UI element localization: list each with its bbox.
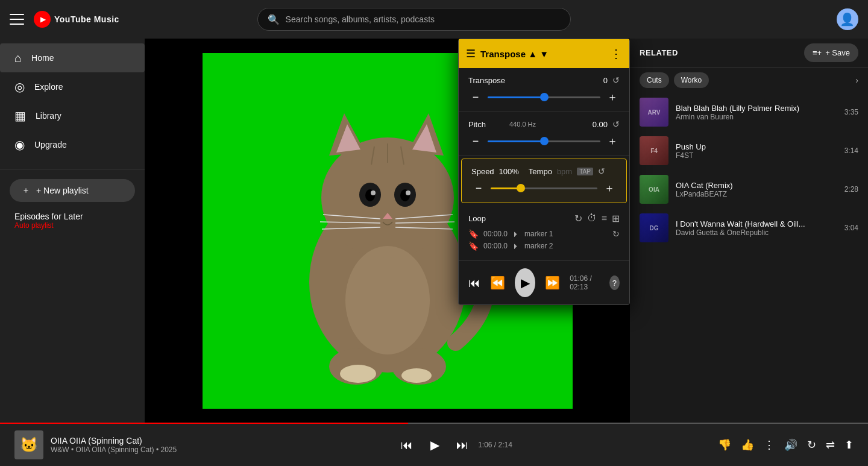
thumbs-up-button[interactable]: 👍 xyxy=(741,438,754,452)
main-layout: ⌂ Home ◎ Explore ▦ Library ◉ Upgrade ＋ +… xyxy=(0,39,868,423)
skip-back-button[interactable]: ⏮ xyxy=(468,276,480,290)
marker-2-name: marker 2 xyxy=(524,242,620,250)
player-more-button[interactable]: ⋮ xyxy=(764,438,775,452)
shuffle-button[interactable]: ⇌ xyxy=(826,438,835,452)
tab-cuts[interactable]: Cuts xyxy=(640,72,669,88)
transpose-header: ☰ Transpose ▲ ▼ ⋮ xyxy=(459,39,629,68)
song-list: ARV Blah Blah Blah (Lilly Palmer Remix) … xyxy=(630,93,868,423)
sidebar-item-explore[interactable]: ◎ Explore xyxy=(0,72,145,101)
logo[interactable]: YouTube Music xyxy=(34,11,119,28)
marker-2-play-icon[interactable]: ⏵ xyxy=(512,242,520,250)
transpose-slider-row: − ＋ xyxy=(468,90,620,104)
marker-1-loop-icon[interactable]: ↻ xyxy=(612,229,620,239)
speed-row: Speed 100% Tempo bpm TAP ↺ xyxy=(471,166,617,176)
marker-row-2: 🔖 00:00.0 ⏵ marker 2 xyxy=(468,241,620,251)
loop-repeat-icon[interactable]: ↻ xyxy=(574,213,582,224)
speed-slider[interactable] xyxy=(491,187,597,189)
pitch-increase-button[interactable]: ＋ xyxy=(605,134,620,148)
player-progress-bar[interactable] xyxy=(0,423,868,424)
marker-2-bookmark-icon[interactable]: 🔖 xyxy=(468,241,479,251)
transpose-menu-icon[interactable]: ☰ xyxy=(466,47,476,60)
song-artist-4: David Guetta & OneRepublic xyxy=(676,228,837,237)
rewind-button[interactable]: ⏪ xyxy=(490,276,505,290)
song-item-1[interactable]: ARV Blah Blah Blah (Lilly Palmer Remix) … xyxy=(630,93,868,131)
speed-slider-thumb[interactable] xyxy=(517,184,525,192)
sidebar-item-upgrade[interactable]: ◉ Upgrade xyxy=(0,130,145,159)
song-item-4[interactable]: DG I Don't Wanna Wait (Hardwell & Oill..… xyxy=(630,209,868,247)
sidebar-label-home: Home xyxy=(31,53,54,63)
song-item-2[interactable]: F4 Push Up F4ST 3:14 xyxy=(630,131,868,170)
loop-clock-icon[interactable]: ⏱ xyxy=(587,213,597,224)
speed-increase-button[interactable]: ＋ xyxy=(602,181,617,195)
pitch-decrease-button[interactable]: − xyxy=(468,134,483,148)
avatar[interactable]: 👤 xyxy=(837,8,858,30)
song-title-3: OIA Cat (Remix) xyxy=(676,181,808,190)
speed-label: Speed xyxy=(471,167,494,176)
loop-label: Loop xyxy=(468,214,570,223)
help-button[interactable]: ? xyxy=(609,276,620,290)
transpose-decrease-button[interactable]: − xyxy=(468,90,483,104)
pitch-value: 0.00 xyxy=(593,120,608,129)
song-duration-2: 3:14 xyxy=(844,146,858,155)
play-pause-button[interactable]: ▶ xyxy=(515,268,535,297)
pitch-slider-fill xyxy=(488,140,544,142)
player-bar: 🐱 OIIA OIIA (Spinning Cat) W&W • OIIA OI… xyxy=(0,423,868,466)
song-artist-2: F4ST xyxy=(676,151,837,160)
marker-1-play-icon[interactable]: ⏵ xyxy=(512,230,520,238)
player-skip-back-button[interactable]: ⏮ xyxy=(401,438,413,452)
search-wrap[interactable]: 🔍 xyxy=(257,8,571,31)
player-thumb-cat: 🐱 xyxy=(14,430,43,459)
thumbs-down-button[interactable]: 👎 xyxy=(718,438,731,452)
transpose-increase-button[interactable]: ＋ xyxy=(605,90,620,104)
sidebar-item-home[interactable]: ⌂ Home xyxy=(0,43,145,72)
song-thumb-2: F4 xyxy=(640,136,668,165)
sidebar-item-library[interactable]: ▦ Library xyxy=(0,101,145,130)
loop-lines-icon[interactable]: ≡ xyxy=(602,213,607,224)
song-thumb-3: OIA xyxy=(640,175,668,204)
hamburger-button[interactable] xyxy=(10,12,24,27)
search-input[interactable] xyxy=(286,14,561,24)
player-skip-forward-button[interactable]: ⏭ xyxy=(456,438,468,452)
player-time: 1:06 / 2:14 xyxy=(478,441,512,449)
save-button[interactable]: ≡+ + Save xyxy=(804,43,858,62)
song-info-3: OIA Cat (Remix) LxPandaBEATZ xyxy=(676,181,837,198)
song-title-1: Blah Blah Blah (Lilly Palmer Remix) xyxy=(676,104,808,113)
volume-button[interactable]: 🔊 xyxy=(784,438,797,452)
sidebar-label-library: Library xyxy=(36,111,61,121)
playback-controls: ⏮ ⏪ ▶ ⏩ 01:06 / 02:13 ? xyxy=(459,261,629,304)
transpose-slider[interactable] xyxy=(488,96,600,98)
speed-value: 100% xyxy=(499,167,519,176)
svg-point-12 xyxy=(406,190,410,195)
speed-slider-row: − ＋ xyxy=(471,181,617,195)
new-playlist-button[interactable]: ＋ + New playlist xyxy=(10,179,135,202)
pitch-slider-thumb[interactable] xyxy=(540,137,549,145)
new-playlist-icon: ＋ xyxy=(22,185,30,196)
library-icon: ▦ xyxy=(14,109,26,123)
playlist-item-episodes[interactable]: Episodes for Later Auto playlist xyxy=(0,207,145,235)
loop-add-icon[interactable]: ⊞ xyxy=(612,213,620,224)
transpose-more-icon[interactable]: ⋮ xyxy=(610,46,622,61)
tap-badge[interactable]: TAP xyxy=(577,168,593,175)
speed-decrease-button[interactable]: − xyxy=(471,181,486,195)
repeat-button[interactable]: ↻ xyxy=(807,438,816,452)
transpose-reset-button[interactable]: ↺ xyxy=(612,75,620,85)
player-play-button[interactable]: ▶ xyxy=(423,433,447,457)
svg-point-26 xyxy=(401,368,432,383)
pitch-reset-button[interactable]: ↺ xyxy=(612,119,620,129)
transpose-slider-thumb[interactable] xyxy=(540,93,549,101)
pitch-section: Pitch 440.0 Hz 0.00 ↺ − ＋ xyxy=(459,112,629,156)
loop-row: Loop ↻ ⏱ ≡ ⊞ xyxy=(468,213,620,224)
sidebar-divider xyxy=(0,169,145,169)
pitch-row: Pitch 440.0 Hz 0.00 ↺ xyxy=(468,119,620,129)
save-plus-icon: ≡+ xyxy=(813,48,822,57)
pitch-slider[interactable] xyxy=(488,140,600,142)
queue-button[interactable]: ⬆ xyxy=(844,438,854,452)
player-thumb-info: 🐱 OIIA OIIA (Spinning Cat) W&W • OIIA OI… xyxy=(14,430,195,459)
marker-1-bookmark-icon[interactable]: 🔖 xyxy=(468,229,479,239)
tab-workout[interactable]: Worko xyxy=(674,72,709,88)
marker-1-time: 00:00.0 xyxy=(483,230,508,238)
speed-reset-button[interactable]: ↺ xyxy=(598,166,605,176)
song-item-3[interactable]: OIA OIA Cat (Remix) LxPandaBEATZ 2:28 xyxy=(630,170,868,209)
fast-forward-button[interactable]: ⏩ xyxy=(545,276,560,290)
app-title: YouTube Music xyxy=(54,14,119,24)
